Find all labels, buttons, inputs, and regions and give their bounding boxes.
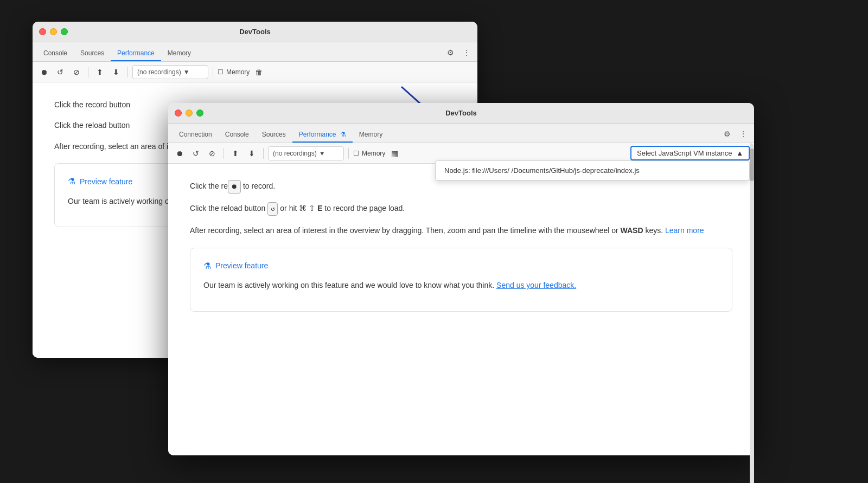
- fg-record-kbd: ⏺: [228, 180, 241, 194]
- fg-window-title: DevTools: [445, 109, 477, 117]
- bg-separator-3: [213, 67, 213, 78]
- fg-tab-bar: Connection Console Sources Performance ⚗…: [168, 124, 754, 143]
- bg-recordings-dropdown[interactable]: (no recordings) ▼: [132, 65, 208, 79]
- fg-tab-connection[interactable]: Connection: [173, 127, 219, 143]
- bg-flask-icon: ⚗: [68, 175, 75, 189]
- fg-separator-1: [224, 148, 224, 159]
- fg-main-content: Click the re⏺ to record. Click the reloa…: [168, 164, 754, 455]
- fg-maximize-button[interactable]: [196, 110, 203, 117]
- bg-more-icon[interactable]: ⋮: [461, 47, 472, 58]
- fg-scrollbar-thumb[interactable]: [750, 149, 754, 181]
- fg-feedback-link[interactable]: Send us your feedback.: [496, 281, 576, 289]
- fg-reload-button[interactable]: ↺: [189, 146, 203, 160]
- fg-flask-icon: ⚗: [203, 259, 211, 273]
- bg-separator-2: [127, 67, 128, 78]
- bg-maximize-button[interactable]: [61, 28, 68, 35]
- fg-tab-performance[interactable]: Performance ⚗: [292, 127, 353, 143]
- bg-tab-sources[interactable]: Sources: [74, 46, 111, 61]
- fg-devtools-window: DevTools Connection Console Sources Perf…: [168, 103, 754, 455]
- bg-close-button[interactable]: [39, 28, 46, 35]
- bg-record-button[interactable]: ⏺: [37, 65, 51, 79]
- bg-tab-memory[interactable]: Memory: [161, 46, 197, 61]
- bg-window-title: DevTools: [239, 28, 271, 36]
- fg-line3: After recording, select an area of inter…: [190, 224, 732, 236]
- fg-line1: Click the re⏺ to record.: [190, 180, 732, 194]
- fg-tab-memory[interactable]: Memory: [353, 127, 389, 143]
- fg-learn-more-link[interactable]: Learn more: [665, 226, 704, 235]
- fg-vm-dropdown-menu: Node.js: file:///Users/ /Documents/GitHu…: [435, 160, 750, 181]
- fg-recordings-dropdown[interactable]: (no recordings) ▼: [268, 146, 344, 160]
- fg-separator-3: [348, 148, 349, 159]
- fg-vm-option-1[interactable]: Node.js: file:///Users/ /Documents/GitHu…: [436, 161, 749, 180]
- fg-vm-dropdown-container: Select JavaScript VM instance ▲ Node.js:…: [630, 146, 750, 160]
- bg-download-button[interactable]: ⬇: [109, 65, 123, 79]
- fg-more-icon[interactable]: ⋮: [738, 128, 749, 139]
- fg-tab-sources[interactable]: Sources: [256, 127, 292, 143]
- fg-preview-box: ⚗ Preview feature Our team is actively w…: [190, 248, 732, 312]
- fg-minimize-button[interactable]: [186, 110, 193, 117]
- fg-line2: Click the reload button ↺ or hit ⌘ ⇧ E t…: [190, 202, 732, 216]
- fg-reload-kbd: ↺: [267, 202, 278, 216]
- fg-settings-icon[interactable]: ⚙: [722, 128, 732, 139]
- bg-tab-console[interactable]: Console: [37, 46, 74, 61]
- fg-scrollbar-track[interactable]: [750, 143, 754, 483]
- fg-separator-2: [263, 148, 264, 159]
- bg-minimize-button[interactable]: [50, 28, 57, 35]
- fg-preview-body: Our team is actively working on this fea…: [203, 279, 719, 291]
- fg-stop-button[interactable]: ⊘: [205, 146, 219, 160]
- fg-close-button[interactable]: [175, 110, 182, 117]
- bg-separator-1: [88, 67, 88, 78]
- bg-upload-button[interactable]: ⬆: [93, 65, 107, 79]
- bg-stop-button[interactable]: ⊘: [69, 65, 84, 79]
- fg-inner: DevTools Connection Console Sources Perf…: [168, 103, 754, 455]
- bg-tab-bar: Console Sources Performance Memory ⚙ ⋮: [33, 42, 477, 62]
- bg-title-bar: DevTools: [33, 22, 477, 42]
- fg-preview-title: ⚗ Preview feature: [203, 259, 719, 273]
- fg-traffic-lights: [175, 110, 203, 117]
- fg-tab-console[interactable]: Console: [219, 127, 256, 143]
- fg-tab-icons: ⚙ ⋮: [722, 128, 749, 139]
- bg-reload-button[interactable]: ↺: [53, 65, 67, 79]
- fg-memory-checkbox[interactable]: ☐ Memory: [353, 150, 385, 157]
- fg-body: Click the re⏺ to record. Click the reloa…: [168, 164, 754, 455]
- bg-tab-icons: ⚙ ⋮: [445, 47, 472, 58]
- bg-toolbar: ⏺ ↺ ⊘ ⬆ ⬇ (no recordings) ▼ ☐ Memory 🗑: [33, 62, 477, 82]
- fg-record-button[interactable]: ⏺: [173, 146, 187, 160]
- bg-memory-checkbox[interactable]: ☐ Memory: [218, 68, 250, 76]
- fg-upload-button[interactable]: ⬆: [228, 146, 242, 160]
- fg-cpu-button[interactable]: ▦: [387, 146, 401, 160]
- fg-title-bar: DevTools: [168, 103, 754, 124]
- fg-toolbar: ⏺ ↺ ⊘ ⬆ ⬇ (no recordings) ▼ ☐ Memory ▦ S…: [168, 143, 754, 164]
- bg-traffic-lights: [39, 28, 68, 35]
- bg-trash-button[interactable]: 🗑: [252, 65, 266, 79]
- bg-tab-performance[interactable]: Performance: [111, 46, 161, 61]
- fg-download-button[interactable]: ⬇: [245, 146, 259, 160]
- fg-vm-dropdown-button[interactable]: Select JavaScript VM instance ▲: [630, 146, 750, 160]
- bg-settings-icon[interactable]: ⚙: [445, 47, 456, 58]
